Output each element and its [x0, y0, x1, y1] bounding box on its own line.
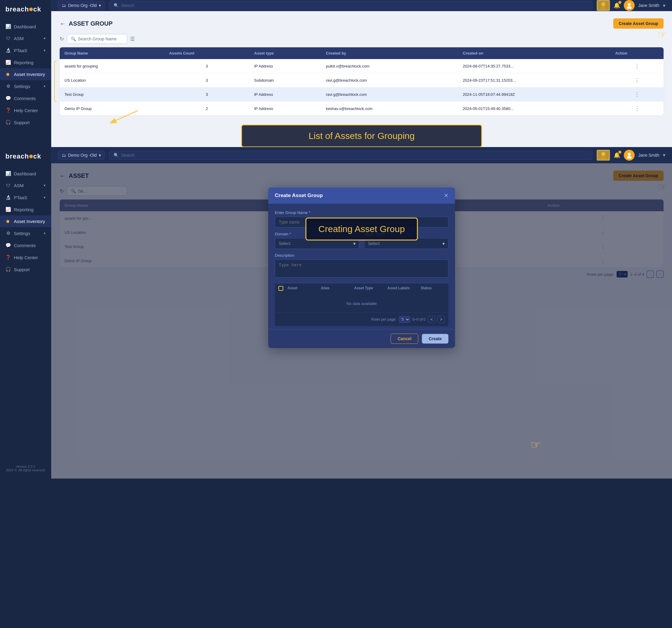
cell-action[interactable]: ⋮: [610, 101, 664, 116]
reporting-icon: 📈: [5, 207, 11, 212]
back-arrow-icon[interactable]: ←: [60, 20, 66, 27]
sidebar-bottom-reporting[interactable]: 📈 Reporting: [0, 203, 51, 215]
sidebar-item-label: ASM: [14, 36, 24, 41]
svg-point-10: [627, 156, 632, 159]
sidebar-bottom-asm[interactable]: 🛡 ASM ▾: [0, 179, 51, 191]
logo: breachck: [0, 5, 51, 21]
sidebar-item-label: Settings: [14, 231, 30, 236]
cell-action[interactable]: ⋮: [610, 73, 664, 88]
cell-action[interactable]: ⋮: [610, 88, 664, 101]
modal-rows-per-page-select[interactable]: 5: [399, 316, 410, 323]
create-button[interactable]: Create: [422, 334, 449, 343]
asm-icon: 🛡: [5, 183, 11, 188]
create-asset-group-button[interactable]: Create Asset Group: [613, 18, 664, 29]
sidebar-item-label: Support: [14, 120, 30, 125]
sidebar-bottom-support[interactable]: 🎧 Support: [0, 263, 51, 275]
cell-group-name: Test Group: [60, 88, 164, 101]
header-right-bottom: 🔔 Jane Smith ▾: [597, 150, 665, 161]
filter-icon[interactable]: ☰: [130, 36, 135, 42]
sidebar-bottom-ptaas[interactable]: 🔬 PTaaS ▾: [0, 191, 51, 203]
cell-created-on: 2024-11-05T18:07:44.99419Z: [458, 88, 610, 101]
org-selector[interactable]: 🗂 Demo Org -Old ▾: [58, 1, 105, 10]
sidebar-item-settings[interactable]: ⚙ Settings ▾: [0, 80, 51, 92]
sidebar-bottom-dashboard[interactable]: 📊 Dashboard: [0, 168, 51, 179]
top-header: 🗂 Demo Org -Old ▾ 🔍 Search 🔔 Jan: [51, 0, 672, 11]
svg-point-4: [627, 6, 632, 9]
dashboard-icon: 📊: [5, 171, 11, 176]
cell-assets-count: 3: [164, 88, 249, 101]
sidebar-item-help-center[interactable]: ❓ Help Center: [0, 104, 51, 116]
modal-close-button[interactable]: ✕: [444, 192, 449, 199]
sidebar-item-ptaas[interactable]: 🔬 PTaaS ▾: [0, 44, 51, 56]
action-menu-icon[interactable]: ⋮: [615, 91, 659, 98]
settings-icon: ⚙: [5, 231, 11, 236]
annotation-creating: Creating Asset Group: [306, 218, 418, 240]
col-action: Action: [610, 47, 664, 59]
header-search-bottom[interactable]: 🔍 Search: [109, 151, 593, 160]
header-search[interactable]: 🔍 Search: [109, 1, 593, 10]
cell-group-name: US Location: [60, 73, 164, 88]
sidebar-item-support[interactable]: 🎧 Support: [0, 116, 51, 128]
logo-bottom: breachck: [0, 152, 51, 168]
sidebar-item-reporting[interactable]: 📈 Reporting: [0, 56, 51, 68]
action-menu-icon[interactable]: ⋮: [615, 105, 659, 112]
dashboard-icon: 📊: [5, 24, 11, 29]
support-icon: 🎧: [5, 120, 11, 125]
svg-point-9: [628, 153, 631, 156]
description-textarea[interactable]: [275, 260, 449, 277]
select-all-checkbox[interactable]: [279, 286, 283, 291]
search-placeholder: Search: [121, 153, 135, 158]
col-asset-type: Asset type: [249, 47, 321, 59]
thumbnail-bottom: [597, 150, 610, 161]
search-placeholder-text: Search Group Name: [78, 37, 117, 41]
sidebar-item-dashboard[interactable]: 📊 Dashboard: [0, 21, 51, 32]
sidebar-bottom-settings[interactable]: ⚙ Settings ▾: [0, 227, 51, 239]
sidebar-bottom-asset-inventory[interactable]: Asset Inventory: [0, 215, 51, 227]
page-title-text: ASSET GROUP: [69, 20, 113, 27]
group-search-input[interactable]: 🔍 Search Group Name: [67, 34, 127, 44]
sidebar-item-asm[interactable]: 🛡 ASM ▾: [0, 32, 51, 44]
asm-icon: 🛡: [5, 36, 11, 41]
chevron-down-icon: ▾: [44, 49, 46, 52]
avatar: [624, 0, 634, 11]
col-alias: Alias: [321, 286, 354, 292]
cell-assets-count: 3: [164, 73, 249, 88]
chevron-down-icon: ▾: [44, 84, 46, 88]
comments-icon: 💬: [5, 243, 11, 248]
col-asset-labels: Asset Labels: [387, 286, 421, 292]
bottom-header: 🗂 Demo Org -Old ▾ 🔍 Search 🔔 Jan: [51, 147, 672, 163]
modal-assets-table-body: No data available: [275, 294, 449, 313]
cell-assets-count: 2: [164, 101, 249, 116]
action-menu-icon[interactable]: ⋮: [615, 77, 659, 83]
sidebar-item-asset-inventory[interactable]: Asset Inventory: [0, 68, 51, 80]
user-chevron-icon[interactable]: ▾: [663, 152, 665, 158]
sidebar-item-label: Asset Inventory: [14, 219, 45, 224]
logo-dot: [29, 154, 33, 158]
modal-pagination: Rows per page: 5 0–0 of 0 < >: [275, 313, 449, 326]
notification-bell-bottom[interactable]: 🔔: [614, 152, 620, 159]
svg-line-5: [111, 111, 138, 123]
notification-bell[interactable]: 🔔: [614, 2, 620, 9]
org-name: Demo Org -Old: [68, 153, 97, 158]
sidebar-bottom-help-center[interactable]: ❓ Help Center: [0, 251, 51, 263]
cell-asset-type: IP Address: [249, 59, 321, 73]
sidebar-bottom-comments[interactable]: 💬 Comments: [0, 239, 51, 251]
sidebar-item-comments[interactable]: 💬 Comments: [0, 92, 51, 104]
cancel-button[interactable]: Cancel: [390, 334, 418, 344]
modal-prev-page-button[interactable]: <: [428, 316, 435, 323]
cell-action[interactable]: ⋮: [610, 59, 664, 73]
sidebar-version: Version 2.0.3 2024 ©. All rights reserve…: [0, 461, 51, 476]
svg-point-7: [601, 152, 605, 156]
chevron-down-icon: ▾: [44, 232, 46, 235]
modal-next-page-button[interactable]: >: [437, 316, 445, 323]
refresh-icon[interactable]: ↻: [60, 36, 64, 42]
org-selector-bottom[interactable]: 🗂 Demo Org -Old ▾: [58, 151, 105, 160]
action-menu-icon[interactable]: ⋮: [615, 63, 659, 69]
copyright-text: 2024 ©. All rights reserved: [5, 468, 46, 472]
search-icon: 🔍: [71, 37, 76, 41]
sidebar-item-label: Help Center: [14, 255, 38, 260]
cell-created-on: 2024-05-01T15:49:40.3580...: [458, 101, 610, 116]
modal-pagination-range: 0–0 of 0: [412, 317, 426, 321]
col-created-by: Created by: [321, 47, 458, 59]
user-chevron-icon[interactable]: ▾: [663, 3, 665, 8]
